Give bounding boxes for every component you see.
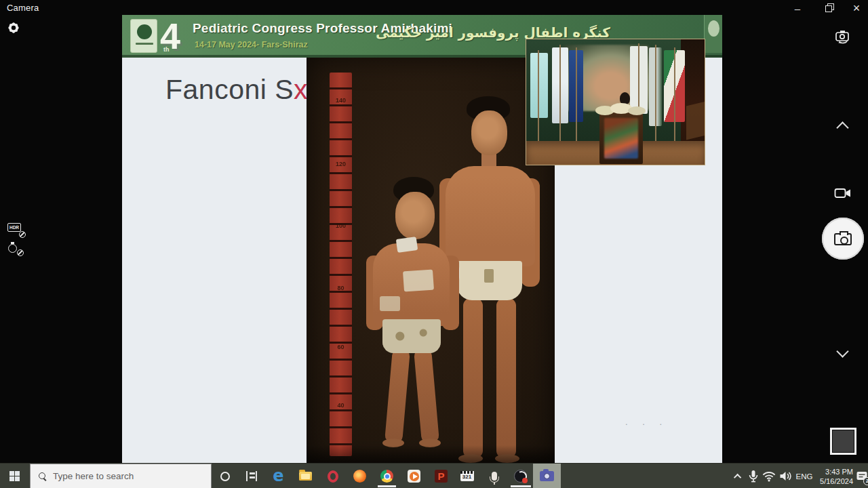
cortana-icon (220, 472, 230, 481)
taskbar-item-edge[interactable]: e (265, 464, 292, 488)
congress-dates: 14-17 May 2024- Fars-Shiraz (195, 40, 308, 49)
firefox-icon (353, 470, 366, 483)
flag (530, 53, 548, 118)
app-title: Camera (7, 3, 39, 13)
tall-child-leg (496, 298, 516, 458)
ruler-label: 80 (331, 285, 351, 291)
video-camera-icon (834, 186, 852, 200)
taskbar-item-file-explorer[interactable] (292, 464, 319, 488)
tray-clock[interactable]: 3:43 PM 5/16/2024 (815, 464, 854, 488)
ruler-label: 60 (331, 344, 351, 350)
slide-ellipsis: . . . (625, 417, 668, 427)
hdr-icon: HDR (7, 223, 21, 232)
tall-child-torso (446, 166, 535, 266)
timer-icon (8, 244, 17, 253)
notification-count-badge: 2 (863, 477, 868, 485)
video-editor-icon: 321 (460, 471, 474, 481)
restore-button[interactable] (818, 1, 839, 16)
congress-logo-right (704, 15, 722, 53)
search-input[interactable] (53, 471, 195, 481)
chrome-icon (380, 470, 393, 483)
file-explorer-icon (299, 472, 312, 481)
timer-off-icon (17, 249, 24, 256)
taskbar-item-opera[interactable] (319, 464, 346, 488)
taskbar-item-screen-recorder[interactable] (507, 464, 534, 488)
taskbar: e P 321 (0, 463, 868, 488)
tray-time: 3:43 PM (825, 467, 853, 476)
podium (599, 113, 643, 164)
change-camera-icon (834, 28, 852, 45)
minimize-button[interactable]: – (787, 1, 808, 16)
tray-wifi[interactable] (761, 464, 777, 488)
powerdirector-icon: P (435, 470, 448, 483)
congress-edition-suffix: th (163, 46, 170, 53)
taskbar-item-task-view[interactable] (238, 464, 264, 488)
tall-child-head (471, 110, 507, 155)
tray-language[interactable]: ENG (793, 464, 815, 488)
slide-heading-accent: x (294, 74, 308, 105)
edge-icon: e (273, 464, 283, 488)
tall-child-underwear (457, 261, 522, 300)
tray-action-center[interactable]: 2 (856, 464, 868, 488)
photo-timer-button[interactable] (7, 241, 24, 255)
chevron-up-icon (734, 473, 741, 481)
taskbar-item-powerdirector[interactable]: P (428, 464, 454, 488)
tray-show-hidden-icons[interactable] (731, 464, 746, 488)
captured-photo-thumbnail[interactable] (830, 428, 856, 455)
tray-volume[interactable] (777, 464, 793, 488)
taskbar-item-camera-active[interactable] (533, 464, 561, 488)
taskbar-search[interactable] (30, 464, 212, 488)
take-photo-button[interactable] (822, 218, 864, 260)
podium-flowers (594, 102, 647, 117)
hdr-off-icon (19, 231, 26, 238)
microphone-icon (748, 470, 759, 483)
camera-app-window: Camera – × HDR (0, 0, 868, 488)
wifi-icon (762, 471, 776, 482)
taskbar-item-cortana[interactable] (212, 464, 238, 488)
start-button[interactable] (0, 464, 30, 488)
close-button[interactable]: × (846, 1, 867, 16)
microphone-icon (492, 472, 497, 481)
taskbar-item-media-player[interactable] (401, 464, 427, 488)
congress-logo (130, 19, 157, 53)
small-child-leg (414, 348, 439, 443)
media-player-icon (408, 470, 420, 483)
change-camera-button[interactable] (834, 28, 852, 45)
search-icon (39, 472, 47, 481)
chevron-up-icon[interactable] (836, 121, 848, 134)
tray-date: 5/16/2024 (820, 476, 853, 486)
speaker-icon (779, 470, 792, 482)
chevron-down-icon[interactable] (836, 345, 848, 357)
chrome-running-indicator (378, 485, 396, 487)
small-child-head (395, 192, 435, 239)
hdr-toggle-button[interactable]: HDR (7, 223, 24, 235)
taskbar-item-firefox[interactable] (347, 464, 373, 488)
taskbar-item-voice-recorder[interactable] (481, 464, 507, 488)
recorder-running-indicator (511, 485, 531, 487)
slide-heading: Fanconi Sx (165, 74, 308, 106)
video-mode-button[interactable] (834, 186, 852, 200)
camera-app-icon (540, 471, 554, 481)
side-bandage (380, 296, 400, 311)
opera-icon (328, 470, 338, 483)
task-view-icon (246, 471, 257, 481)
gear-icon (6, 20, 21, 35)
windows-logo-icon (9, 471, 20, 481)
ruler-label: 100 (331, 222, 351, 229)
screen-recorder-icon (514, 470, 527, 483)
photo-camera-icon (834, 233, 852, 245)
taskbar-item-video-editor[interactable]: 321 (454, 464, 480, 488)
tall-child-leg (463, 298, 483, 458)
clinical-photo: 140 120 100 80 60 40 (307, 58, 555, 463)
neck-bandage (396, 237, 418, 253)
taskbar-item-chrome[interactable] (374, 464, 400, 488)
tray-microphone[interactable] (746, 464, 761, 488)
ruler-label: 40 (331, 402, 351, 409)
ruler-label: 140 (331, 97, 351, 104)
small-child-leg (384, 348, 410, 443)
speaker-video-inset (526, 39, 705, 165)
small-child-underwear (382, 319, 441, 353)
ruler-label: 120 (331, 161, 351, 167)
settings-button[interactable] (6, 20, 21, 35)
height-ruler (330, 73, 352, 456)
